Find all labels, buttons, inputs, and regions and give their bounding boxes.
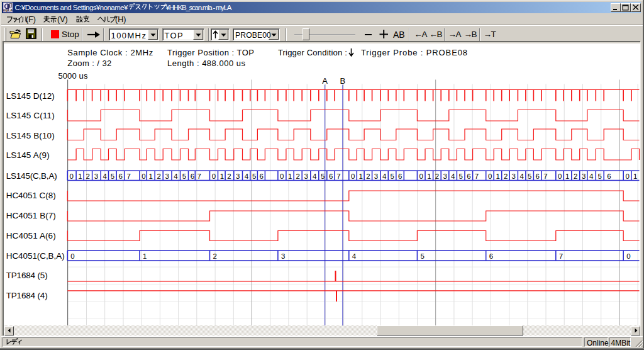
- svg-text:3: 3: [582, 172, 586, 179]
- svg-text:4: 4: [520, 172, 525, 179]
- svg-text:5: 5: [528, 172, 531, 179]
- svg-text:7: 7: [475, 172, 479, 179]
- svg-text:5: 5: [182, 172, 186, 179]
- svg-text:4: 4: [245, 172, 249, 179]
- svg-text:3: 3: [165, 172, 169, 179]
- svg-text:1: 1: [565, 172, 569, 179]
- svg-text:0: 0: [280, 172, 284, 179]
- svg-text:Trigger Probe : PROBE08: Trigger Probe : PROBE08: [361, 47, 467, 57]
- svg-text:1: 1: [359, 172, 363, 179]
- svg-text:0: 0: [625, 172, 629, 179]
- svg-text:2: 2: [366, 172, 370, 179]
- svg-text:4: 4: [103, 172, 107, 179]
- svg-text:LS145 C(11): LS145 C(11): [6, 111, 55, 120]
- svg-text:Sample Clock : 2MHz: Sample Clock : 2MHz: [67, 47, 153, 57]
- svg-text:1: 1: [143, 252, 147, 259]
- svg-text:5: 5: [391, 172, 394, 179]
- svg-text:TP1684 (4): TP1684 (4): [6, 290, 48, 300]
- svg-text:6: 6: [607, 172, 611, 179]
- svg-text:0: 0: [212, 172, 216, 179]
- svg-text:TP1684 (5): TP1684 (5): [6, 271, 48, 280]
- svg-text:1: 1: [496, 172, 499, 179]
- svg-text:HC4051 A(6): HC4051 A(6): [6, 230, 56, 240]
- svg-text:5000 us: 5000 us: [58, 71, 87, 80]
- svg-text:1: 1: [427, 172, 431, 179]
- svg-text:1: 1: [149, 172, 153, 179]
- svg-text:¥HHKB_scan.mla - myLA: ¥HHKB_scan.mla - myLA: [165, 4, 232, 11]
- svg-text:6: 6: [191, 172, 194, 179]
- svg-text:4: 4: [313, 172, 317, 179]
- svg-text:HC4051 B(7): HC4051 B(7): [6, 210, 56, 220]
- svg-text:4: 4: [174, 172, 178, 179]
- svg-text:4: 4: [589, 172, 594, 179]
- svg-text:5: 5: [111, 172, 114, 179]
- svg-text:0: 0: [558, 172, 562, 179]
- svg-text:0: 0: [626, 252, 630, 259]
- svg-text:0: 0: [70, 172, 74, 179]
- svg-text:0: 0: [351, 172, 355, 179]
- svg-text:3: 3: [94, 172, 98, 179]
- svg-text:HC4051(C,B,A): HC4051(C,B,A): [6, 251, 65, 260]
- svg-text:5: 5: [459, 172, 463, 179]
- svg-text:3: 3: [304, 172, 308, 179]
- svg-text:0: 0: [419, 172, 423, 179]
- svg-text:6: 6: [329, 172, 333, 179]
- svg-text:7: 7: [543, 172, 547, 179]
- svg-text:LS145(C,B,A): LS145(C,B,A): [6, 171, 57, 180]
- svg-text:3: 3: [374, 172, 378, 179]
- svg-text:1: 1: [633, 172, 637, 179]
- svg-text:LS145 B(10): LS145 B(10): [6, 130, 55, 140]
- svg-text:5: 5: [420, 252, 424, 259]
- svg-text:4: 4: [352, 252, 357, 259]
- svg-text:0: 0: [488, 172, 492, 179]
- svg-text:7: 7: [197, 172, 201, 179]
- svg-text:6: 6: [536, 172, 540, 179]
- svg-text:2: 2: [157, 172, 160, 179]
- svg-text:1: 1: [78, 172, 82, 179]
- svg-text:2: 2: [435, 172, 439, 179]
- svg-text:B: B: [340, 76, 345, 86]
- svg-text:2: 2: [86, 172, 89, 179]
- svg-text:3: 3: [236, 172, 240, 179]
- svg-text:7: 7: [336, 172, 340, 179]
- svg-text:LS145 A(9): LS145 A(9): [6, 150, 50, 160]
- svg-text:Trigger Position : TOP: Trigger Position : TOP: [167, 47, 254, 57]
- svg-text:5: 5: [321, 172, 325, 179]
- svg-text:Zoom : / 32: Zoom : / 32: [67, 59, 111, 68]
- svg-text:A: A: [322, 76, 328, 86]
- svg-text:HC4051 C(8): HC4051 C(8): [6, 191, 56, 200]
- svg-text:6: 6: [398, 172, 402, 179]
- svg-text:7: 7: [559, 252, 563, 259]
- svg-text:5: 5: [252, 172, 256, 179]
- svg-text:6: 6: [118, 172, 122, 179]
- svg-text:2: 2: [574, 172, 577, 179]
- svg-text:2: 2: [213, 252, 217, 259]
- svg-text:3: 3: [443, 172, 447, 179]
- svg-text:Length : 488.000 us: Length : 488.000 us: [167, 59, 246, 68]
- svg-text:0: 0: [70, 252, 74, 259]
- svg-text:1: 1: [288, 172, 292, 179]
- svg-text:7: 7: [126, 172, 130, 179]
- svg-text:Trigger Condition :: Trigger Condition :: [278, 47, 347, 57]
- svg-text:0: 0: [142, 172, 145, 179]
- svg-text:2: 2: [227, 172, 231, 179]
- svg-text:C:¥Documents and Settings¥nona: C:¥Documents and Settings¥noname¥: [15, 4, 129, 11]
- svg-text:6: 6: [467, 172, 470, 179]
- svg-text:6: 6: [260, 172, 264, 179]
- svg-text:6: 6: [489, 252, 493, 259]
- svg-text:4: 4: [382, 172, 387, 179]
- svg-text:3: 3: [511, 172, 515, 179]
- svg-text:1: 1: [220, 172, 224, 179]
- svg-text:LS145 D(12): LS145 D(12): [6, 91, 55, 100]
- svg-text:5: 5: [598, 172, 602, 179]
- svg-text:2: 2: [504, 172, 508, 179]
- svg-text:4: 4: [451, 172, 455, 179]
- svg-text:3: 3: [281, 252, 285, 259]
- svg-text:2: 2: [296, 172, 299, 179]
